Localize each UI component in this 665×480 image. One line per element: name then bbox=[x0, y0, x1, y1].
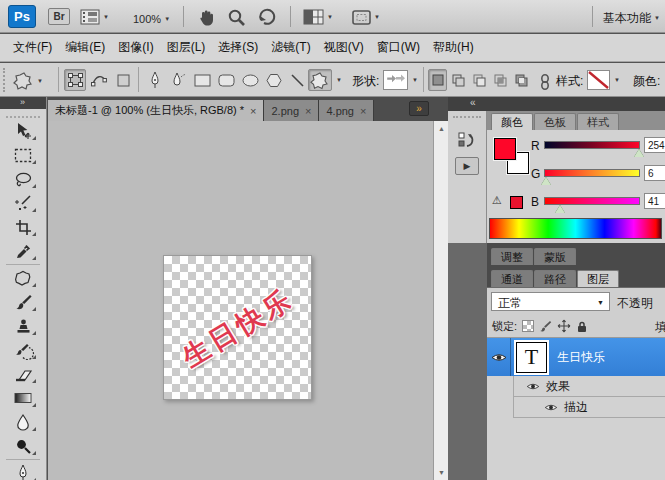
screen-mode-button[interactable]: ▼ bbox=[352, 7, 380, 27]
eye-icon[interactable] bbox=[526, 382, 540, 391]
blue-slider-track[interactable] bbox=[544, 197, 640, 205]
gamut-color-swatch[interactable] bbox=[510, 196, 523, 209]
toolbox-collapse-button[interactable]: » bbox=[0, 97, 46, 109]
tab-styles[interactable]: 样式 bbox=[577, 113, 619, 130]
document-tab-untitled[interactable]: 未标题-1 @ 100% (生日快乐, RGB/8) * × bbox=[48, 100, 264, 121]
document-canvas[interactable]: 生日快乐 bbox=[163, 255, 312, 400]
combine-intersect-button[interactable] bbox=[491, 69, 510, 91]
opacity-label[interactable]: 不透明 bbox=[617, 295, 653, 312]
vertical-scrollbar[interactable]: ▲ ▼ bbox=[433, 121, 448, 480]
lock-all-toggle[interactable] bbox=[576, 320, 588, 333]
arrange-documents-button[interactable]: ▼ bbox=[303, 7, 333, 27]
foreground-color-swatch[interactable] bbox=[494, 138, 516, 160]
canvas-background[interactable]: 生日快乐 bbox=[48, 121, 433, 480]
menu-help[interactable]: 帮助(H) bbox=[433, 39, 474, 56]
actions-panel-button[interactable]: ▶ bbox=[454, 154, 480, 178]
menu-select[interactable]: 选择(S) bbox=[218, 39, 258, 56]
mini-bridge-button[interactable]: ▼ bbox=[80, 7, 109, 27]
text-layer-thumbnail[interactable]: T bbox=[516, 342, 547, 373]
menu-filter[interactable]: 滤镜(T) bbox=[271, 39, 310, 56]
spot-healing-brush-tool[interactable] bbox=[8, 266, 38, 290]
zoom-tool-button[interactable] bbox=[227, 7, 246, 27]
history-brush-tool[interactable] bbox=[8, 338, 38, 362]
blend-mode-select[interactable]: 正常 ▼ bbox=[491, 292, 610, 311]
hand-tool-button[interactable] bbox=[197, 7, 216, 27]
style-picker-chevron-icon[interactable]: ▼ bbox=[614, 77, 620, 83]
fill-pixels-mode-button[interactable] bbox=[112, 69, 134, 91]
shape-layers-mode-button[interactable] bbox=[64, 69, 86, 91]
green-slider-track[interactable] bbox=[544, 169, 640, 177]
tab-layers[interactable]: 图层 bbox=[577, 270, 619, 287]
scroll-up-icon[interactable]: ▲ bbox=[434, 125, 449, 132]
red-slider-thumb[interactable] bbox=[634, 149, 644, 157]
lasso-tool[interactable] bbox=[8, 167, 38, 191]
freeform-pen-tool-button[interactable] bbox=[167, 69, 191, 91]
pen-tool-button[interactable] bbox=[143, 69, 167, 91]
document-tab-4png[interactable]: 4.png × bbox=[319, 100, 374, 121]
crop-tool[interactable] bbox=[8, 215, 38, 239]
tab-masks[interactable]: 蒙版 bbox=[534, 248, 576, 265]
blue-value-field[interactable]: 41 bbox=[644, 193, 665, 209]
rectangular-marquee-tool[interactable] bbox=[8, 143, 38, 167]
pen-tool[interactable] bbox=[8, 461, 38, 480]
shape-preview-thumbnail[interactable] bbox=[383, 70, 408, 90]
style-preview-thumbnail[interactable] bbox=[587, 70, 610, 90]
zoom-level-dropdown[interactable]: 100% ▼ bbox=[133, 9, 170, 29]
menu-file[interactable]: 文件(F) bbox=[13, 39, 52, 56]
eyedropper-tool[interactable] bbox=[8, 239, 38, 263]
gradient-tool[interactable] bbox=[8, 386, 38, 410]
paths-mode-button[interactable] bbox=[88, 69, 110, 91]
dodge-tool[interactable] bbox=[8, 434, 38, 458]
blue-slider-thumb[interactable] bbox=[555, 205, 565, 213]
color-spectrum-ramp[interactable] bbox=[489, 218, 662, 239]
line-tool-button[interactable] bbox=[285, 69, 309, 91]
green-value-field[interactable]: 6 bbox=[644, 165, 665, 181]
link-style-toggle[interactable] bbox=[540, 72, 550, 92]
close-icon[interactable]: × bbox=[360, 105, 366, 117]
close-icon[interactable]: × bbox=[250, 105, 256, 117]
fill-label[interactable]: 填 bbox=[655, 319, 665, 336]
layer-effects-row[interactable]: 效果 bbox=[513, 376, 665, 397]
tab-color[interactable]: 颜色 bbox=[491, 113, 533, 130]
blur-tool[interactable] bbox=[8, 410, 38, 434]
rotate-view-button[interactable] bbox=[257, 7, 277, 27]
red-slider-track[interactable] bbox=[544, 141, 640, 149]
launch-bridge-button[interactable]: Br bbox=[48, 8, 70, 25]
toolbox-grip[interactable] bbox=[6, 111, 40, 118]
layer-stroke-effect-row[interactable]: 描边 bbox=[513, 397, 665, 418]
brush-tool[interactable] bbox=[8, 290, 38, 314]
shape-picker-chevron-icon[interactable]: ▼ bbox=[412, 77, 418, 83]
gamut-warning-icon[interactable]: ⚠ bbox=[492, 194, 502, 207]
history-panel-button[interactable] bbox=[454, 128, 480, 152]
tab-paths[interactable]: 路径 bbox=[534, 270, 576, 287]
lock-transparency-toggle[interactable] bbox=[522, 320, 534, 332]
eraser-tool[interactable] bbox=[8, 362, 38, 386]
document-tab-2png[interactable]: 2.png × bbox=[264, 100, 319, 121]
custom-shape-tool-option-button[interactable] bbox=[308, 69, 332, 91]
layer-name[interactable]: 生日快乐 bbox=[557, 349, 605, 366]
rounded-rectangle-tool-button[interactable] bbox=[214, 69, 238, 91]
tab-swatches[interactable]: 色板 bbox=[534, 113, 576, 130]
polygon-tool-button[interactable] bbox=[262, 69, 286, 91]
green-slider-thumb[interactable] bbox=[541, 177, 551, 185]
menu-image[interactable]: 图像(I) bbox=[118, 39, 153, 56]
ellipse-tool-button[interactable] bbox=[238, 69, 262, 91]
layer-row-selected[interactable]: T 生日快乐 bbox=[487, 338, 665, 376]
layer-visibility-toggle[interactable] bbox=[487, 338, 511, 376]
combine-new-layer-button[interactable] bbox=[428, 69, 447, 91]
red-value-field[interactable]: 254 bbox=[644, 137, 665, 153]
eye-icon[interactable] bbox=[544, 403, 558, 412]
menu-window[interactable]: 窗口(W) bbox=[377, 39, 420, 56]
strip-grip[interactable] bbox=[453, 116, 481, 122]
tab-channels[interactable]: 通道 bbox=[491, 270, 533, 287]
menu-edit[interactable]: 编辑(E) bbox=[65, 39, 105, 56]
dock-collapse-button[interactable]: « bbox=[448, 97, 665, 111]
move-tool[interactable] bbox=[8, 119, 38, 143]
scroll-down-icon[interactable]: ▼ bbox=[434, 469, 449, 476]
workspace-switcher[interactable]: 基本功能 ▼ bbox=[603, 8, 660, 28]
tab-overflow-button[interactable]: » bbox=[409, 101, 429, 116]
combine-add-button[interactable] bbox=[449, 69, 468, 91]
lock-position-toggle[interactable] bbox=[557, 319, 571, 333]
combine-subtract-button[interactable] bbox=[470, 69, 489, 91]
combine-exclude-button[interactable] bbox=[512, 69, 531, 91]
